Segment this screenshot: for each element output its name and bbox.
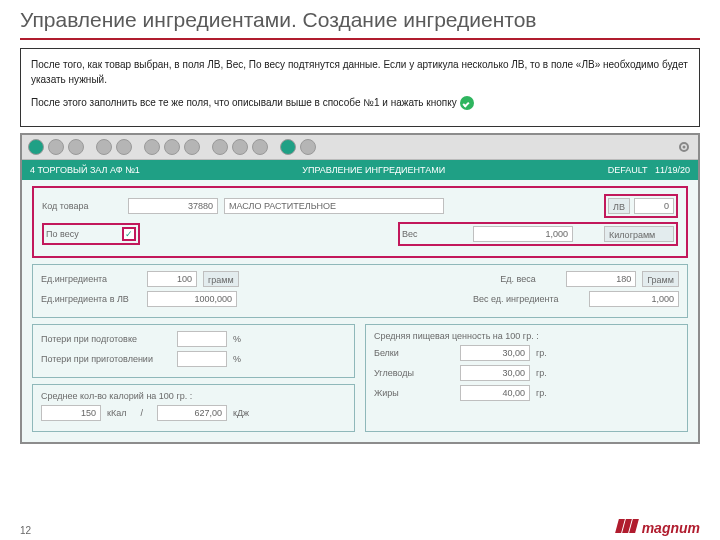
gr-unit: гр. (536, 348, 616, 358)
loss-prep-input[interactable] (177, 331, 227, 347)
name-input[interactable]: МАСЛО РАСТИТЕЛЬНОЕ (224, 198, 444, 214)
u-ing-input[interactable]: 100 (147, 271, 197, 287)
kj-unit: кДж (233, 408, 249, 418)
header-date: 11/19/20 (655, 165, 690, 175)
panel-calories: Среднее кол-во калорий на 100 гр. : 150 … (32, 384, 355, 432)
instructions-p2-text: После этого заполнить все те же поля, чт… (31, 97, 460, 108)
cal-input[interactable]: 150 (41, 405, 101, 421)
settings-icon[interactable] (676, 139, 692, 155)
back-icon[interactable] (28, 139, 44, 155)
cal-unit: кКал (107, 408, 126, 418)
page-title: Управление ингредиентами. Создание ингре… (0, 0, 720, 38)
u-ing-lv-label: Ед.ингредиента в ЛВ (41, 294, 141, 304)
toolbar-button[interactable] (116, 139, 132, 155)
toolbar-button[interactable] (212, 139, 228, 155)
fat-input[interactable]: 40,00 (460, 385, 530, 401)
kj-input[interactable]: 627,00 (157, 405, 227, 421)
toolbar (22, 135, 698, 160)
fat-label: Жиры (374, 388, 454, 398)
prot-input[interactable]: 30,00 (460, 345, 530, 361)
svg-point-1 (683, 146, 686, 149)
toolbar-button[interactable] (184, 139, 200, 155)
u-ing-lv-input[interactable]: 1000,000 (147, 291, 237, 307)
instructions-p1: После того, как товар выбран, в поля ЛВ,… (31, 57, 689, 87)
panel-losses: Потери при подготовке % Потери при приго… (32, 324, 355, 378)
u-ing-unit: грамм (203, 271, 239, 287)
loss-prep-label: Потери при подготовке (41, 334, 171, 344)
carb-label: Углеводы (374, 368, 454, 378)
nut-title: Средняя пищевая ценность на 100 гр. : (374, 331, 539, 341)
code-input[interactable]: 37880 (128, 198, 218, 214)
logo-text: magnum (642, 520, 700, 536)
byweight-highlight: По весу ✓ (42, 223, 140, 245)
lv-highlight: ЛВ 0 (604, 194, 678, 218)
header-mode: DEFAULT (608, 165, 648, 175)
panel-units: Ед.ингредиента 100 грамм Ед. веса 180 Гр… (32, 264, 688, 318)
wt-u-ing-input[interactable]: 1,000 (589, 291, 679, 307)
prot-label: Белки (374, 348, 454, 358)
title-rule (20, 38, 700, 40)
toolbar-button[interactable] (252, 139, 268, 155)
form-area: Код товара 37880 МАСЛО РАСТИТЕЛЬНОЕ ЛВ 0… (22, 180, 698, 442)
panel-bottom: Потери при подготовке % Потери при приго… (32, 324, 688, 432)
pct-label: % (233, 354, 241, 364)
code-label: Код товара (42, 201, 122, 211)
u-wt-input[interactable]: 180 (566, 271, 636, 287)
lv-input[interactable]: 0 (634, 198, 674, 214)
slash: / (132, 408, 151, 418)
byweight-checkbox[interactable]: ✓ (122, 227, 136, 241)
header-right: DEFAULT 11/19/20 (608, 165, 690, 175)
loss-cook-input[interactable] (177, 351, 227, 367)
byweight-label: По весу (46, 229, 118, 239)
weight-unit: Килограмм (604, 226, 674, 242)
instructions-box: После того, как товар выбран, в поля ЛВ,… (20, 48, 700, 127)
lv-label: ЛВ (608, 198, 630, 214)
page-footer: 12 magnum (20, 519, 700, 536)
header-location: 4 ТОРГОВЫЙ ЗАЛ АФ №1 (30, 165, 140, 175)
weight-label: Вес (402, 229, 442, 239)
toolbar-button[interactable] (300, 139, 316, 155)
header-title: УПРАВЛЕНИЕ ИНГРЕДИЕНТАМИ (302, 165, 445, 175)
toolbar-button[interactable] (164, 139, 180, 155)
u-wt-label: Ед. веса (500, 274, 560, 284)
toolbar-button[interactable] (96, 139, 112, 155)
page-number: 12 (20, 525, 31, 536)
toolbar-button[interactable] (48, 139, 64, 155)
app-frame: 4 ТОРГОВЫЙ ЗАЛ АФ №1 УПРАВЛЕНИЕ ИНГРЕДИЕ… (20, 133, 700, 444)
u-ing-label: Ед.ингредиента (41, 274, 141, 284)
toolbar-button[interactable] (144, 139, 160, 155)
panel-product: Код товара 37880 МАСЛО РАСТИТЕЛЬНОЕ ЛВ 0… (32, 186, 688, 258)
toolbar-button[interactable] (232, 139, 248, 155)
toolbar-button[interactable] (68, 139, 84, 155)
panel-nutrition: Средняя пищевая ценность на 100 гр. : Бе… (365, 324, 688, 432)
pct-label: % (233, 334, 241, 344)
gr-unit: гр. (536, 368, 616, 378)
instructions-p2: После этого заполнить все те же поля, чт… (31, 95, 689, 110)
carb-input[interactable]: 30,00 (460, 365, 530, 381)
cal-title: Среднее кол-во калорий на 100 гр. : (41, 391, 192, 401)
weight-input[interactable]: 1,000 (473, 226, 573, 242)
u-wt-unit: Грамм (642, 271, 679, 287)
wt-u-ing-label: Вес ед. ингредиента (473, 294, 583, 304)
save-check-icon (460, 96, 474, 110)
logo: magnum (617, 519, 700, 536)
weight-highlight: Вес 1,000 Килограмм (398, 222, 678, 246)
gr-unit: гр. (536, 388, 616, 398)
app-header: 4 ТОРГОВЫЙ ЗАЛ АФ №1 УПРАВЛЕНИЕ ИНГРЕДИЕ… (22, 160, 698, 180)
print-icon[interactable] (280, 139, 296, 155)
loss-cook-label: Потери при приготовлении (41, 354, 171, 364)
